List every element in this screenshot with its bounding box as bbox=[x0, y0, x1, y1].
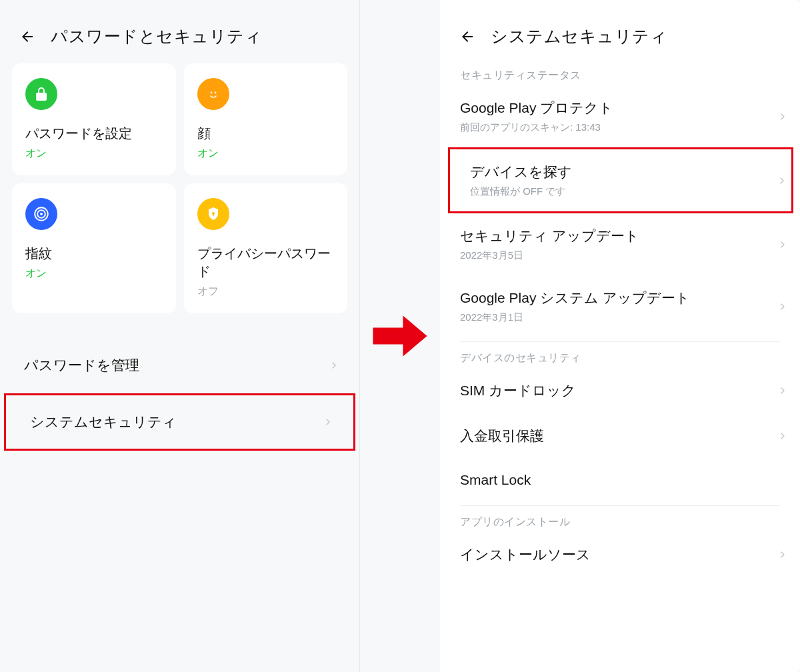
row-title: デバイスを探す bbox=[470, 163, 572, 181]
lock-icon bbox=[25, 78, 57, 110]
card-status: オフ bbox=[197, 285, 335, 299]
section-label: セキュリティステータス bbox=[440, 63, 800, 85]
row-play-protect[interactable]: Google Play プロテクト 前回のアプリのスキャン: 13:43 bbox=[440, 85, 800, 147]
row-title: Smart Lock bbox=[460, 472, 531, 488]
divider bbox=[460, 341, 780, 342]
chevron-right-icon bbox=[329, 360, 339, 371]
back-arrow-icon[interactable] bbox=[459, 28, 476, 45]
right-title: システムセキュリティ bbox=[491, 25, 667, 47]
svg-point-5 bbox=[40, 213, 43, 215]
section-label: アプリのインストール bbox=[440, 510, 800, 532]
svg-rect-7 bbox=[213, 214, 214, 216]
section-label: デバイスのセキュリティ bbox=[440, 346, 800, 368]
card-status: オン bbox=[197, 147, 335, 161]
row-play-system-update[interactable]: Google Play システム アップデート 2022年3月1日 bbox=[440, 275, 800, 337]
card-face[interactable]: 顔 オン bbox=[184, 63, 348, 175]
row-label: パスワードを管理 bbox=[24, 356, 139, 375]
row-system-security[interactable]: システムセキュリティ bbox=[4, 393, 355, 451]
cards-grid: パスワードを設定 オン 顔 オン 指紋 オン プライバシーパスワード オフ bbox=[0, 63, 359, 331]
card-title: パスワードを設定 bbox=[25, 125, 163, 143]
card-password[interactable]: パスワードを設定 オン bbox=[12, 63, 176, 175]
svg-point-1 bbox=[210, 92, 212, 94]
right-header: システムセキュリティ bbox=[440, 0, 800, 63]
row-title: セキュリティ アップデート bbox=[460, 227, 639, 245]
divider bbox=[460, 505, 780, 506]
row-subtitle: 位置情報が OFF です bbox=[470, 185, 572, 198]
chevron-right-icon bbox=[777, 175, 787, 186]
row-password-manage[interactable]: パスワードを管理 bbox=[0, 339, 359, 392]
card-privacy-password[interactable]: プライバシーパスワード オフ bbox=[184, 183, 348, 313]
row-title: 入金取引保護 bbox=[460, 427, 544, 445]
row-subtitle: 前回のアプリのスキャン: 13:43 bbox=[460, 121, 613, 134]
row-install-source[interactable]: インストールソース bbox=[440, 532, 800, 577]
chevron-right-icon bbox=[777, 239, 788, 250]
chevron-right-icon bbox=[777, 111, 788, 122]
row-title: Google Play システム アップデート bbox=[460, 289, 690, 307]
svg-point-0 bbox=[207, 87, 220, 101]
row-title: インストールソース bbox=[460, 545, 591, 564]
chevron-right-icon bbox=[323, 417, 333, 427]
left-screen: パスワードとセキュリティ パスワードを設定 オン 顔 オン 指紋 オン bbox=[0, 0, 360, 672]
card-title: 顔 bbox=[197, 125, 335, 143]
row-label: システムセキュリティ bbox=[30, 413, 177, 431]
card-status: オン bbox=[25, 147, 163, 161]
card-status: オン bbox=[25, 267, 163, 281]
chevron-right-icon bbox=[777, 301, 788, 312]
row-security-update[interactable]: セキュリティ アップデート 2022年3月5日 bbox=[440, 213, 800, 275]
card-title: プライバシーパスワード bbox=[197, 245, 335, 281]
card-title: 指紋 bbox=[25, 245, 163, 263]
right-screen: システムセキュリティ セキュリティステータス Google Play プロテクト… bbox=[440, 0, 800, 672]
right-content: セキュリティステータス Google Play プロテクト 前回のアプリのスキャ… bbox=[440, 63, 800, 577]
row-smart-lock[interactable]: Smart Lock bbox=[440, 459, 800, 501]
chevron-right-icon bbox=[777, 385, 788, 396]
back-arrow-icon[interactable] bbox=[19, 28, 36, 45]
chevron-right-icon bbox=[777, 549, 788, 560]
left-title: パスワードとセキュリティ bbox=[51, 25, 262, 47]
shield-icon bbox=[197, 198, 229, 230]
row-title: SIM カードロック bbox=[460, 381, 576, 400]
row-subtitle: 2022年3月1日 bbox=[460, 311, 690, 324]
arrow-right-icon bbox=[370, 309, 430, 363]
face-icon bbox=[197, 78, 229, 110]
row-subtitle: 2022年3月5日 bbox=[460, 249, 639, 262]
card-fingerprint[interactable]: 指紋 オン bbox=[12, 183, 176, 313]
svg-point-2 bbox=[214, 92, 216, 94]
fingerprint-icon bbox=[25, 198, 57, 230]
row-payment-protect[interactable]: 入金取引保護 bbox=[440, 413, 800, 459]
chevron-right-icon bbox=[777, 431, 788, 441]
left-header: パスワードとセキュリティ bbox=[0, 0, 359, 63]
row-sim-lock[interactable]: SIM カードロック bbox=[440, 368, 800, 413]
row-find-device[interactable]: デバイスを探す 位置情報が OFF です bbox=[448, 147, 793, 213]
row-title: Google Play プロテクト bbox=[460, 99, 613, 117]
transition-arrow bbox=[360, 0, 440, 672]
left-list: パスワードを管理 システムセキュリティ bbox=[0, 331, 359, 452]
